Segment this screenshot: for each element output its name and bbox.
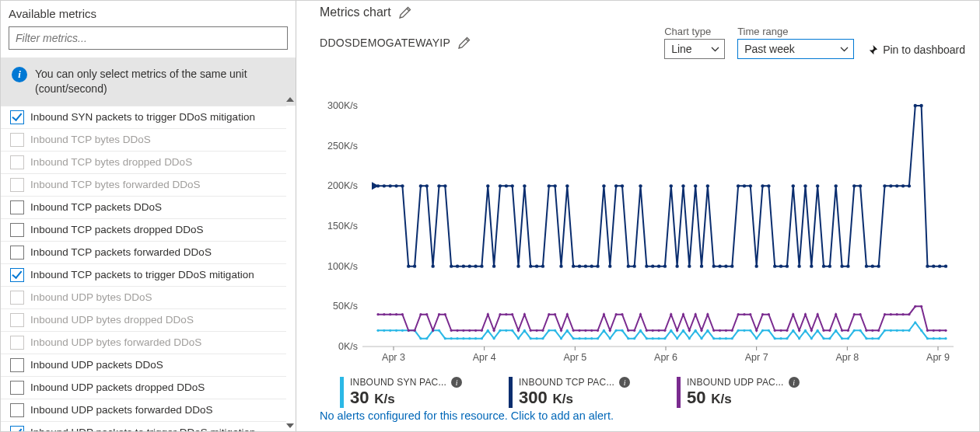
svg-point-248 xyxy=(608,264,611,267)
info-icon[interactable]: i xyxy=(451,377,462,388)
add-alert-link[interactable]: No alerts configured for this resource. … xyxy=(320,409,965,422)
scrollbar[interactable] xyxy=(285,94,296,431)
svg-point-140 xyxy=(523,313,526,315)
metric-label: Inbound TCP bytes forwarded DDoS xyxy=(30,179,201,190)
svg-point-216 xyxy=(413,264,416,267)
svg-point-79 xyxy=(725,337,727,340)
legend-value: 300 xyxy=(519,388,548,407)
svg-point-175 xyxy=(737,313,740,315)
checkbox[interactable] xyxy=(10,200,24,214)
time-range-select[interactable]: Past week xyxy=(737,39,854,59)
svg-point-113 xyxy=(933,337,935,340)
svg-point-166 xyxy=(682,313,684,315)
checkbox[interactable] xyxy=(10,403,24,417)
svg-point-172 xyxy=(719,329,721,332)
svg-point-295 xyxy=(895,184,898,187)
metric-label: Inbound SYN packets to trigger DDoS miti… xyxy=(30,111,255,123)
edit-title-icon[interactable] xyxy=(399,6,411,19)
metrics-chart[interactable]: 0K/s50K/s100K/s150K/s200K/s250K/s300K/sA… xyxy=(320,98,965,370)
svg-point-72 xyxy=(682,329,684,332)
metric-row[interactable]: Inbound UDP packets to trigger DDoS miti… xyxy=(1,421,286,431)
checkbox[interactable] xyxy=(10,223,24,237)
svg-point-303 xyxy=(944,264,947,267)
info-icon[interactable]: i xyxy=(789,377,800,388)
svg-point-270 xyxy=(743,184,746,187)
metric-row[interactable]: Inbound SYN packets to trigger DDoS miti… xyxy=(1,106,286,128)
checkbox[interactable] xyxy=(10,381,24,395)
svg-point-211 xyxy=(383,184,386,187)
legend-item[interactable]: INBOUND UDP PAC...i50 K/s xyxy=(677,377,800,408)
pin-to-dashboard-button[interactable]: Pin to dashboard xyxy=(866,44,965,59)
legend-unit: K/s xyxy=(708,392,732,406)
svg-point-183 xyxy=(786,329,788,332)
svg-point-254 xyxy=(645,264,648,267)
svg-point-36 xyxy=(462,337,464,340)
checkbox[interactable] xyxy=(10,426,24,431)
sidebar-title: Available metrics xyxy=(1,5,296,26)
info-banner: i You can only select metrics of the sam… xyxy=(1,57,296,106)
metric-label: Inbound UDP packets forwarded DDoS xyxy=(30,404,213,416)
svg-point-293 xyxy=(883,184,886,187)
svg-text:Apr 8: Apr 8 xyxy=(835,352,859,363)
checkbox[interactable] xyxy=(10,246,24,260)
metric-row[interactable]: Inbound UDP packets dropped DDoS xyxy=(1,376,286,399)
svg-point-294 xyxy=(889,184,892,187)
svg-point-217 xyxy=(419,184,422,187)
svg-point-194 xyxy=(853,313,856,315)
svg-point-26 xyxy=(401,329,404,332)
legend-item[interactable]: INBOUND SYN PAC...i30 K/s xyxy=(340,377,462,408)
svg-point-156 xyxy=(621,313,623,315)
svg-point-283 xyxy=(822,264,825,267)
svg-point-143 xyxy=(541,329,544,332)
svg-point-192 xyxy=(841,329,843,332)
svg-point-146 xyxy=(560,329,562,332)
svg-point-29 xyxy=(419,337,422,340)
metric-row[interactable]: Inbound TCP packets forwarded DDoS xyxy=(1,241,286,263)
svg-point-115 xyxy=(944,337,947,340)
checkbox[interactable] xyxy=(10,268,24,282)
svg-point-227 xyxy=(480,264,483,267)
svg-point-132 xyxy=(474,329,477,332)
svg-point-128 xyxy=(450,329,453,332)
filter-metrics-input[interactable] xyxy=(9,26,288,50)
svg-point-271 xyxy=(749,184,752,187)
svg-point-142 xyxy=(535,329,537,332)
svg-point-258 xyxy=(670,184,673,187)
svg-point-78 xyxy=(719,337,721,340)
metric-row[interactable]: Inbound TCP packets to trigger DDoS miti… xyxy=(1,263,286,286)
svg-point-269 xyxy=(737,184,740,187)
chart-type-select[interactable]: Line xyxy=(664,39,725,59)
metrics-list[interactable]: Inbound SYN packets to trigger DDoS miti… xyxy=(1,106,296,431)
svg-point-223 xyxy=(456,264,459,267)
svg-point-136 xyxy=(499,313,501,315)
legend-name: INBOUND SYN PAC... xyxy=(350,377,446,388)
legend-item[interactable]: INBOUND TCP PAC...i300 K/s xyxy=(509,377,630,408)
svg-point-135 xyxy=(493,329,495,332)
checkbox[interactable] xyxy=(10,110,24,124)
svg-point-277 xyxy=(786,264,789,267)
svg-point-104 xyxy=(877,337,880,340)
svg-point-244 xyxy=(584,264,587,267)
info-icon[interactable]: i xyxy=(619,377,630,388)
metric-label: Inbound TCP packets DDoS xyxy=(30,201,162,213)
checkbox[interactable] xyxy=(10,358,24,372)
metric-row[interactable]: Inbound UDP packets DDoS xyxy=(1,354,286,376)
svg-point-164 xyxy=(670,313,672,315)
svg-point-298 xyxy=(914,104,917,107)
svg-point-288 xyxy=(852,184,856,187)
metric-label: Inbound TCP packets to trigger DDoS miti… xyxy=(30,269,254,280)
svg-point-84 xyxy=(755,337,758,340)
checkbox xyxy=(10,291,24,305)
legend-value: 30 xyxy=(350,388,369,407)
metric-row[interactable]: Inbound UDP packets forwarded DDoS xyxy=(1,399,286,421)
svg-point-43 xyxy=(505,329,507,332)
svg-point-30 xyxy=(425,337,428,340)
svg-text:Apr 5: Apr 5 xyxy=(563,352,586,363)
legend-value: 50 xyxy=(687,388,705,407)
svg-point-224 xyxy=(462,264,465,267)
svg-point-116 xyxy=(376,313,379,315)
metric-row[interactable]: Inbound TCP packets dropped DDoS xyxy=(1,218,286,241)
metric-row[interactable]: Inbound TCP packets DDoS xyxy=(1,196,286,218)
checkbox xyxy=(10,313,24,327)
edit-subtitle-icon[interactable] xyxy=(458,37,471,49)
